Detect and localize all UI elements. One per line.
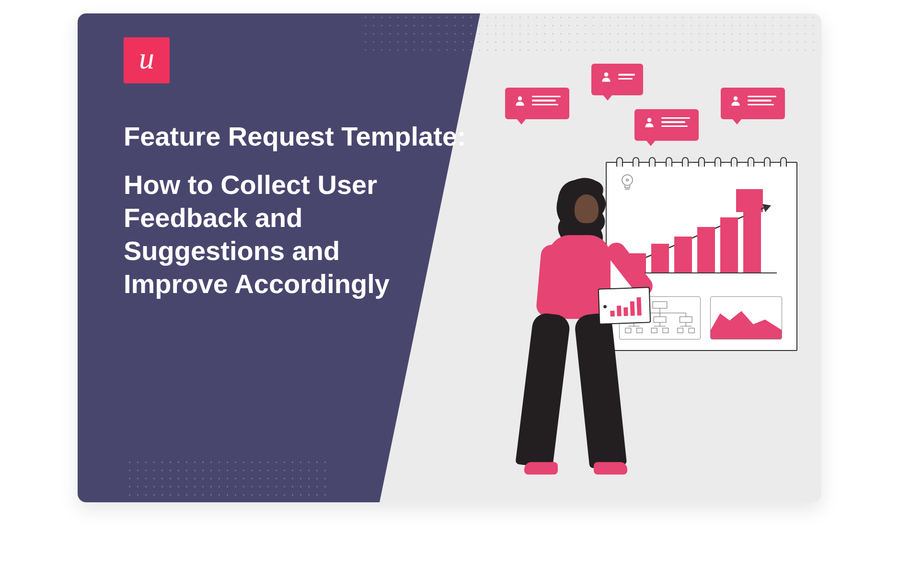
headline-subtitle: How to Collect User Feedback and Suggest…	[124, 169, 406, 301]
logo: u	[124, 37, 170, 83]
speech-bubble-icon	[591, 64, 643, 95]
user-icon	[514, 94, 526, 107]
area-chart-icon	[710, 296, 782, 339]
svg-rect-23	[651, 328, 657, 333]
speech-bubble-icon	[505, 88, 569, 119]
shoe	[524, 462, 558, 475]
svg-point-0	[518, 96, 522, 101]
svg-rect-22	[637, 328, 643, 333]
tablet	[598, 287, 651, 325]
chart-bar	[743, 208, 761, 272]
legs	[531, 314, 627, 472]
speech-bubble-icon	[634, 109, 699, 141]
chart-bar	[651, 244, 669, 272]
user-icon	[643, 116, 656, 128]
hero-card: u Feature Request Template: How to Colle…	[78, 13, 821, 502]
spiral-binding	[616, 157, 787, 167]
svg-rect-6	[653, 302, 667, 308]
svg-point-3	[734, 96, 738, 101]
illustration	[443, 13, 821, 502]
svg-rect-13	[654, 317, 666, 323]
svg-point-2	[647, 118, 652, 122]
headline: Feature Request Template: How to Collect…	[124, 121, 466, 301]
user-icon	[600, 70, 612, 83]
user-icon	[729, 94, 742, 107]
chart-bar	[674, 237, 692, 272]
speech-bubble-icon	[721, 88, 785, 119]
svg-rect-25	[678, 328, 683, 333]
svg-rect-14	[680, 317, 692, 323]
svg-rect-26	[689, 328, 694, 333]
logo-letter: u	[139, 41, 154, 76]
dot-grid-bottom	[126, 458, 327, 502]
svg-rect-24	[663, 328, 668, 333]
head	[575, 194, 599, 223]
shoe	[594, 462, 627, 475]
chart-bar	[697, 227, 715, 272]
bar-chart	[628, 206, 777, 273]
chart-bar	[720, 217, 738, 272]
person-illustration	[517, 175, 627, 482]
headline-title: Feature Request Template:	[124, 121, 466, 152]
svg-point-1	[604, 72, 609, 77]
